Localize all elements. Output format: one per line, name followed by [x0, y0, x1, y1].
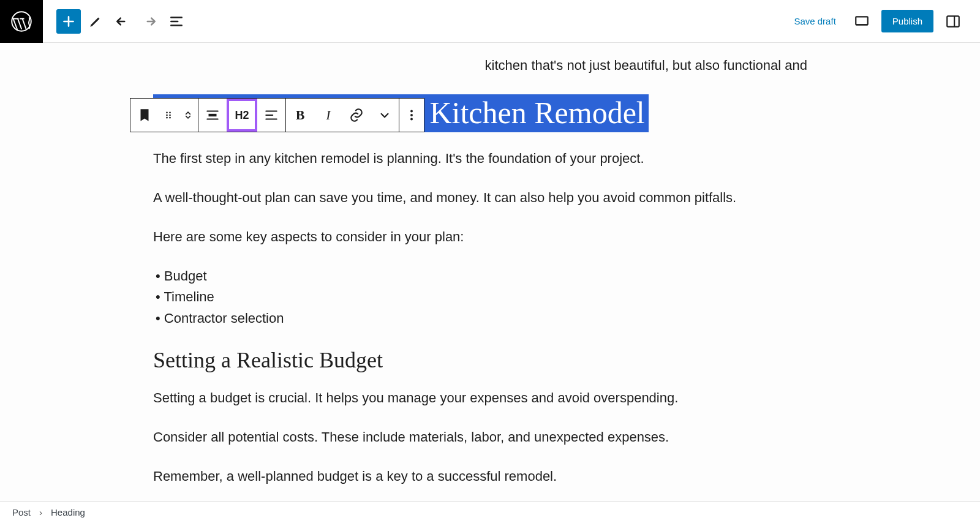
bookmark-icon — [137, 107, 153, 123]
block-breadcrumb: Post › Heading — [0, 501, 980, 523]
heading-level-button[interactable]: H2 — [227, 99, 257, 132]
preview-button[interactable] — [850, 9, 874, 34]
add-block-button[interactable] — [56, 9, 81, 34]
more-vertical-icon — [404, 107, 420, 123]
breadcrumb-root[interactable]: Post — [12, 507, 31, 517]
settings-sidebar-toggle[interactable] — [941, 9, 965, 34]
drag-icon — [162, 107, 175, 123]
block-options-button[interactable] — [399, 99, 424, 132]
svg-point-10 — [410, 110, 413, 113]
redo-button[interactable] — [137, 9, 162, 34]
chevron-down-icon — [377, 107, 393, 123]
editor-canvas[interactable]: So, let's embark on this journey togethe… — [0, 43, 980, 501]
svg-point-4 — [169, 112, 171, 114]
paragraph-block[interactable]: Here are some key aspects to consider in… — [153, 227, 827, 247]
align-left-icon — [263, 107, 279, 123]
more-rich-text-button[interactable] — [371, 99, 399, 132]
paragraph-block[interactable]: Setting a budget is crucial. It helps yo… — [153, 388, 827, 408]
paragraph-block[interactable]: A well-thought-out plan can save you tim… — [153, 187, 827, 208]
list-item[interactable]: Timeline — [156, 287, 827, 307]
topbar-left-tools — [43, 9, 189, 34]
svg-point-3 — [166, 112, 168, 114]
edit-tool-button[interactable] — [83, 9, 108, 34]
plus-icon — [61, 13, 77, 29]
chevron-up-down-icon — [182, 107, 194, 123]
breadcrumb-current[interactable]: Heading — [51, 507, 85, 517]
text-align-button[interactable] — [257, 99, 285, 132]
svg-point-11 — [410, 114, 413, 116]
list-block[interactable]: Budget Timeline Contractor selection — [153, 266, 827, 328]
svg-point-8 — [169, 117, 171, 119]
italic-icon: I — [326, 107, 330, 123]
paragraph-block[interactable]: So, let's embark on this journey togethe… — [153, 55, 827, 76]
document-overview-button[interactable] — [164, 9, 189, 34]
link-button[interactable] — [342, 99, 371, 132]
svg-point-5 — [166, 115, 168, 116]
list-item[interactable]: Budget — [156, 266, 827, 287]
block-toolbar: H2 B I — [130, 98, 424, 132]
paragraph-text: kitchen that's not just beautiful, but a… — [485, 58, 807, 73]
paragraph-block[interactable]: The first step in any kitchen remodel is… — [153, 148, 827, 169]
align-icon — [205, 107, 221, 123]
link-icon — [349, 107, 364, 123]
block-type-button[interactable] — [130, 99, 159, 132]
pencil-icon — [88, 13, 104, 29]
list-item[interactable]: Contractor selection — [156, 308, 827, 329]
move-up-down-button[interactable] — [178, 99, 198, 132]
publish-button[interactable]: Publish — [881, 10, 933, 32]
chevron-right-icon: › — [39, 507, 42, 517]
redo-icon — [141, 13, 157, 29]
undo-button[interactable] — [110, 9, 135, 34]
svg-rect-9 — [209, 114, 217, 116]
italic-button[interactable]: I — [314, 99, 342, 132]
align-button[interactable] — [198, 99, 227, 132]
bold-button[interactable]: B — [286, 99, 314, 132]
undo-icon — [115, 13, 130, 29]
paragraph-block[interactable]: Remember, a well-planned budget is a key… — [153, 466, 827, 487]
sidebar-icon — [945, 13, 961, 29]
bold-icon: B — [296, 107, 305, 123]
svg-point-6 — [169, 115, 171, 116]
outline-icon — [168, 13, 184, 29]
svg-rect-1 — [856, 17, 868, 24]
desktop-icon — [854, 13, 870, 29]
save-draft-button[interactable]: Save draft — [788, 11, 842, 31]
topbar-right-tools: Save draft Publish — [788, 9, 980, 34]
wordpress-icon — [10, 10, 32, 32]
svg-point-12 — [410, 118, 413, 121]
svg-rect-2 — [947, 16, 959, 26]
heading-block[interactable]: Setting a Realistic Budget — [153, 347, 827, 373]
wordpress-logo[interactable] — [0, 0, 43, 43]
paragraph-block[interactable]: Consider all potential costs. These incl… — [153, 427, 827, 448]
editor-top-toolbar: Save draft Publish — [0, 0, 980, 43]
svg-point-7 — [166, 117, 168, 119]
drag-handle[interactable] — [159, 99, 178, 132]
